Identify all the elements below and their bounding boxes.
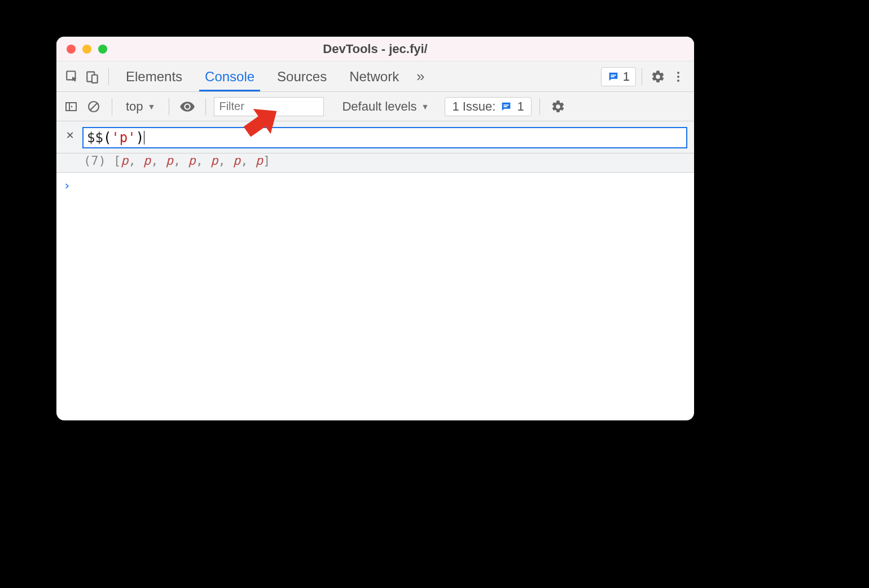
svg-rect-2 — [92, 74, 98, 82]
text-caret — [144, 131, 144, 144]
show-console-sidebar-icon[interactable] — [61, 96, 81, 117]
messages-count: 1 — [623, 69, 630, 84]
svg-point-5 — [677, 72, 679, 74]
code-paren-close: ) — [136, 130, 144, 146]
eager-eval-row: ✕ $$('p') — [56, 121, 694, 153]
inspect-element-icon[interactable] — [62, 67, 82, 87]
tab-label: Elements — [126, 69, 182, 85]
clear-console-icon[interactable] — [84, 96, 104, 117]
chat-icon — [607, 71, 620, 83]
preview-bracket-open: [ — [113, 153, 121, 168]
filter-input[interactable] — [214, 97, 324, 116]
tab-sources[interactable]: Sources — [266, 62, 338, 91]
issues-button[interactable]: 1 Issue: 1 — [445, 97, 531, 116]
code-string: 'p' — [111, 130, 135, 146]
log-levels-selector[interactable]: Default levels ▼ — [336, 99, 434, 114]
context-label: top — [126, 99, 143, 114]
issues-count: 1 — [517, 99, 524, 114]
tab-console[interactable]: Console — [194, 62, 266, 91]
code-fn: $$ — [87, 130, 103, 146]
divider — [169, 98, 169, 115]
chat-icon — [500, 100, 512, 113]
divider — [539, 98, 540, 115]
svg-rect-13 — [504, 104, 509, 106]
svg-marker-10 — [71, 106, 73, 108]
svg-point-7 — [677, 80, 679, 82]
eager-eval-input[interactable]: $$('p') — [82, 127, 687, 148]
maximize-window-button[interactable] — [98, 45, 107, 54]
close-window-button[interactable] — [67, 45, 76, 54]
svg-rect-3 — [611, 74, 616, 76]
divider — [108, 68, 109, 85]
tabbar: Elements Console Sources Network » 1 — [56, 62, 694, 92]
messages-badge[interactable]: 1 — [601, 67, 636, 86]
devtools-window: DevTools - jec.fyi/ Elements Console Sou… — [56, 37, 694, 420]
prompt-chevron-icon: › — [63, 178, 71, 192]
divider — [642, 68, 642, 85]
svg-rect-4 — [611, 76, 614, 77]
divider — [112, 98, 112, 115]
preview-bracket-close: ] — [263, 153, 270, 168]
live-expression-icon[interactable] — [177, 96, 198, 117]
close-icon[interactable]: ✕ — [63, 127, 77, 143]
divider — [205, 98, 206, 115]
console-toolbar: top ▼ Default levels ▼ 1 Issue: 1 — [56, 92, 694, 121]
code-paren-open: ( — [103, 130, 111, 146]
more-tabs-icon[interactable]: » — [410, 67, 431, 87]
svg-point-6 — [677, 76, 679, 78]
tab-label: Sources — [277, 69, 327, 85]
preview-items: p, p, p, p, p, p, p — [121, 153, 263, 168]
titlebar: DevTools - jec.fyi/ — [56, 37, 694, 62]
device-toggle-icon[interactable] — [82, 67, 103, 87]
window-title: DevTools - jec.fyi/ — [56, 42, 694, 56]
chevron-down-icon: ▼ — [422, 102, 429, 111]
svg-line-12 — [90, 103, 97, 110]
window-controls — [67, 45, 107, 54]
kebab-menu-icon[interactable] — [668, 67, 688, 87]
levels-label: Default levels — [342, 99, 416, 114]
eager-eval-preview: (7) [p, p, p, p, p, p, p] — [56, 153, 694, 173]
issues-label: 1 Issue: — [452, 99, 495, 114]
tab-network[interactable]: Network — [338, 62, 410, 91]
execution-context-selector[interactable]: top ▼ — [120, 99, 161, 114]
tab-elements[interactable]: Elements — [115, 62, 194, 91]
preview-length: (7) — [84, 153, 106, 168]
tab-label: Console — [205, 69, 254, 85]
tab-label: Network — [349, 69, 399, 85]
console-prompt[interactable]: › — [56, 173, 694, 198]
svg-rect-14 — [504, 106, 507, 107]
console-settings-icon[interactable] — [548, 96, 568, 117]
chevron-down-icon: ▼ — [148, 102, 156, 111]
settings-icon[interactable] — [648, 67, 668, 87]
minimize-window-button[interactable] — [82, 45, 91, 54]
